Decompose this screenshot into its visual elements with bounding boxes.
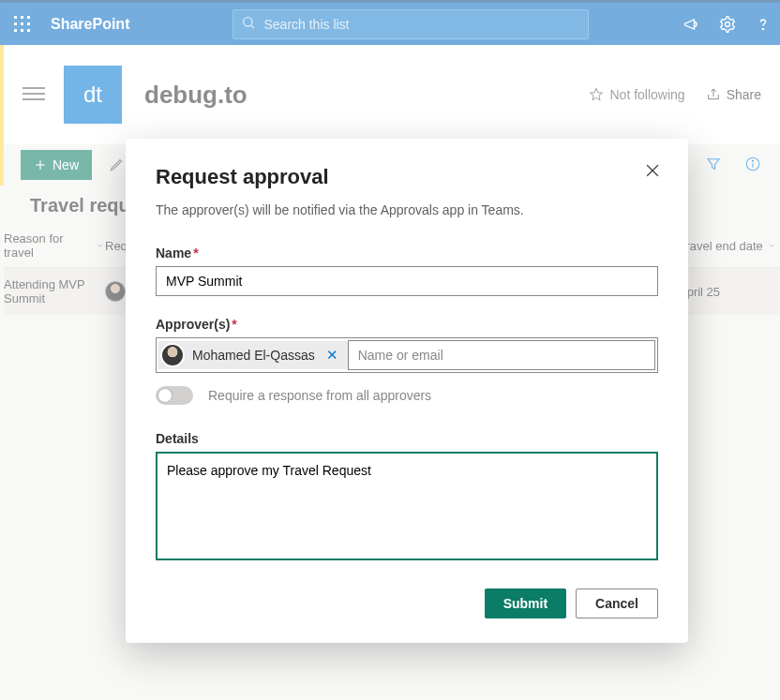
name-label: Name*: [156, 246, 658, 261]
details-label: Details: [156, 431, 658, 446]
approvers-field[interactable]: Mohamed El-Qassas ✕: [156, 337, 658, 373]
cancel-button[interactable]: Cancel: [576, 588, 658, 618]
dialog-subtitle: The approver(s) will be notified via the…: [156, 202, 658, 217]
person-chip-label: Mohamed El-Qassas: [192, 348, 315, 363]
require-all-label: Require a response from all approvers: [208, 388, 431, 403]
avatar: [160, 343, 185, 367]
dialog-title: Request approval: [156, 165, 658, 189]
name-input[interactable]: [156, 266, 658, 296]
details-textarea[interactable]: [156, 452, 658, 560]
submit-button[interactable]: Submit: [485, 588, 566, 618]
require-all-toggle[interactable]: [156, 386, 193, 405]
remove-chip-icon[interactable]: ✕: [322, 347, 342, 364]
approvers-label: Approver(s)*: [156, 317, 658, 332]
approvers-input[interactable]: [348, 340, 655, 370]
close-icon[interactable]: [643, 161, 666, 184]
person-chip: Mohamed El-Qassas ✕: [158, 341, 348, 369]
request-approval-dialog: Request approval The approver(s) will be…: [126, 139, 688, 643]
